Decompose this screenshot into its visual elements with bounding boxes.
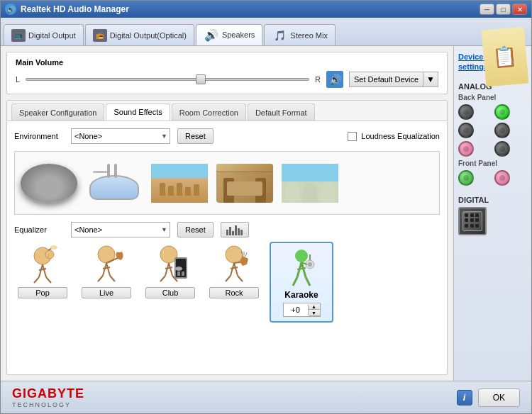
svg-line-4: [34, 277, 39, 283]
inner-tab-default-format[interactable]: Default Format: [248, 103, 315, 121]
paper-fold-icon: 📋: [482, 27, 529, 87]
tab-digital-output[interactable]: 📺 Digital Output: [4, 24, 84, 45]
svg-rect-27: [182, 272, 184, 276]
dp-dot-4: [465, 218, 468, 222]
equalizer-row: Equalizer <None> Pop Live Club Rock Kara…: [14, 222, 440, 237]
right-panel: Device advanced settings 📋 ANALOG Back P…: [453, 46, 531, 381]
volume-label: Main Volume: [16, 58, 438, 67]
svg-point-39: [295, 250, 308, 262]
svg-line-12: [106, 263, 110, 276]
title-bar-left: 🔊 Realtek HD Audio Manager: [5, 4, 129, 15]
karaoke-increment[interactable]: ▲: [309, 303, 320, 310]
env-item-colosseum[interactable]: [151, 164, 208, 203]
karaoke-value: +0: [284, 305, 309, 315]
eq-bars-icon: [226, 224, 243, 235]
set-default-text[interactable]: Set Default Device: [349, 72, 423, 87]
pop-label[interactable]: Pop: [18, 287, 67, 298]
front-panel-label: Front Panel: [458, 160, 527, 167]
eq-preset-club[interactable]: Club: [142, 242, 199, 298]
loudness-label: Loudness Equalization: [361, 132, 440, 140]
inner-tab-room-correction[interactable]: Room Correction: [172, 103, 246, 121]
karaoke-figure: [282, 247, 321, 287]
digital-section: DIGITAL: [458, 196, 527, 235]
jack-back-1[interactable]: [458, 104, 474, 120]
maximize-button[interactable]: □: [496, 4, 511, 15]
bottom-bar: GIGABYTE TECHNOLOGY i OK: [1, 381, 531, 413]
tab-digital-output-label: Digital Output: [28, 31, 76, 40]
tab-digital-output-optical[interactable]: 📻 Digital Output(Optical): [85, 24, 194, 45]
svg-line-44: [306, 277, 310, 286]
environment-select-wrapper: <None> Stone Corridor Bathroom Colosseum…: [71, 128, 170, 144]
slider-thumb[interactable]: [196, 74, 206, 84]
minimize-button[interactable]: ─: [480, 4, 494, 15]
svg-line-19: [165, 263, 169, 276]
rock-label[interactable]: Rock: [209, 287, 259, 298]
jack-back-6[interactable]: [494, 141, 510, 157]
content-area: Main Volume L R 🔊 Set Default Device: [1, 46, 531, 381]
environment-reset-button[interactable]: Reset: [177, 128, 214, 144]
dp-dot-1: [465, 213, 468, 217]
svg-line-11: [103, 263, 106, 276]
inner-tab-sound-effects[interactable]: Sound Effects: [106, 103, 170, 121]
pop-icon: ♪: [21, 242, 64, 284]
ok-button[interactable]: OK: [478, 388, 520, 407]
env-item-wooden[interactable]: [216, 164, 273, 203]
main-tab-bar: 📺 Digital Output 📻 Digital Output(Optica…: [1, 18, 531, 46]
svg-line-14: [98, 276, 103, 281]
close-button[interactable]: ✕: [512, 4, 527, 15]
info-button[interactable]: i: [457, 390, 472, 405]
jack-front-1[interactable]: [458, 170, 474, 186]
gigabyte-logo: GIGABYTE TECHNOLOGY: [12, 386, 84, 408]
volume-icon-button[interactable]: 🔊: [326, 71, 343, 88]
loudness-checkbox[interactable]: [348, 132, 357, 141]
eq-preset-rock[interactable]: Rock: [206, 242, 262, 298]
jack-back-2[interactable]: [494, 104, 510, 120]
eq-preset-live[interactable]: Live: [78, 242, 135, 298]
jack-back-3[interactable]: [458, 123, 474, 138]
env-item-stone[interactable]: [21, 164, 77, 203]
digital-port-inner: [462, 211, 482, 231]
equalizer-graphic-button[interactable]: [221, 222, 249, 237]
tab-speakers[interactable]: 🔊 Speakers: [196, 24, 262, 45]
set-default-button[interactable]: Set Default Device ▼: [349, 72, 438, 87]
digital-output-icon: 📺: [11, 29, 26, 42]
svg-line-21: [165, 267, 172, 269]
environment-label: Environment: [14, 132, 64, 140]
inner-tab-speaker-config[interactable]: Speaker Configuration: [11, 103, 104, 121]
svg-line-2: [43, 264, 46, 277]
environment-select[interactable]: <None> Stone Corridor Bathroom Colosseum…: [71, 128, 170, 144]
set-default-arrow[interactable]: ▼: [423, 72, 438, 87]
env-item-opera[interactable]: [282, 164, 338, 203]
env-item-bath[interactable]: [86, 164, 143, 203]
equalizer-select[interactable]: <None> Pop Live Club Rock Karaoke: [71, 222, 170, 237]
karaoke-decrement[interactable]: ▼: [309, 310, 320, 316]
volume-slider[interactable]: [26, 74, 309, 85]
svg-line-13: [103, 267, 110, 269]
club-label[interactable]: Club: [145, 287, 195, 298]
dp-dot-5: [470, 218, 474, 222]
svg-line-34: [238, 276, 243, 281]
digital-port[interactable]: [458, 207, 487, 235]
svg-line-32: [231, 267, 238, 269]
jack-back-5[interactable]: [458, 141, 474, 157]
volume-right-label: R: [315, 75, 321, 84]
equalizer-section: Equalizer <None> Pop Live Club Rock Kara…: [14, 222, 440, 323]
tab-stereo-mix[interactable]: 🎵 Stereo Mix: [264, 24, 336, 45]
club-icon: [149, 242, 192, 284]
digital-grid: [458, 207, 527, 235]
env-opera-icon: [282, 164, 338, 203]
live-label[interactable]: Live: [82, 287, 131, 298]
jack-front-2[interactable]: [494, 170, 510, 186]
dp-dot-8: [470, 224, 474, 228]
equalizer-select-wrapper: <None> Pop Live Club Rock Karaoke: [71, 222, 170, 237]
eq-preset-pop[interactable]: ♪ Pop: [14, 242, 71, 298]
speakers-icon: 🔊: [204, 28, 219, 42]
tab-digital-output-optical-label: Digital Output(Optical): [110, 31, 187, 40]
jack-back-4[interactable]: [494, 123, 510, 138]
volume-left-label: L: [16, 75, 20, 84]
title-bar-controls: ─ □ ✕: [480, 4, 527, 15]
volume-section: Main Volume L R 🔊 Set Default Device: [6, 52, 448, 94]
equalizer-reset-button[interactable]: Reset: [177, 222, 214, 237]
loudness-row: Loudness Equalization: [348, 132, 440, 141]
dp-dot-6: [475, 218, 479, 222]
